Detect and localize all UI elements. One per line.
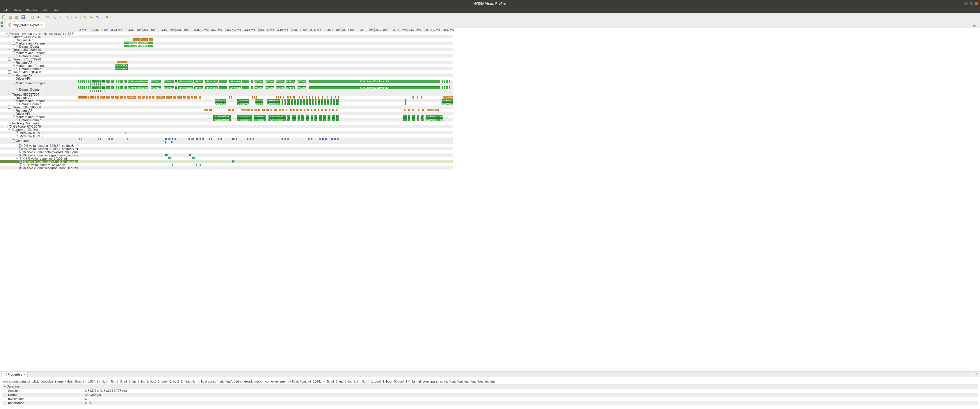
tree-markers[interactable]: −Markers and Ranges [0, 51, 78, 54]
tree-thread[interactable]: −Thread 3879888640 [0, 48, 78, 51]
zoom-fit-icon[interactable] [57, 14, 64, 20]
timeline-row[interactable] [78, 138, 453, 144]
range-bar[interactable]: CopyCPU2... [115, 64, 128, 67]
menu-file[interactable]: File [1, 8, 11, 13]
tab-close-icon[interactable]: ✕ [23, 373, 25, 376]
timeline-area[interactable]: 3 ms 3443,5 ms 3444 ms 3444,5 ms 3445 ms… [78, 28, 980, 371]
tree-default-domain[interactable]: └Default Domain [0, 45, 78, 48]
tree-memcpy-dtoh[interactable]: └MemCpy (DtoH) [0, 134, 78, 138]
timeline-row[interactable]: Convolution Activation Pooling Convoluti… [78, 118, 453, 122]
tree-driver-api[interactable]: └Driver API [0, 77, 78, 80]
tree-memcpy-htod[interactable]: └MemCpy (HtoD) [0, 131, 78, 134]
collapse-icon[interactable]: − [8, 48, 11, 51]
maximize-icon[interactable] [969, 2, 973, 5]
collapse-icon[interactable]: − [8, 35, 11, 38]
tree-profiling-overhead[interactable]: └Profiling Overhead [0, 122, 78, 125]
filter1-icon[interactable] [82, 14, 88, 20]
collapse-icon[interactable]: − [8, 70, 11, 73]
timeline-row[interactable] [78, 154, 453, 157]
tree-column[interactable]: −Process "python my_profile_script.py" (… [0, 28, 78, 371]
tree-thread[interactable]: −Thread 1715676928 [0, 57, 78, 61]
new-session-icon[interactable] [1, 14, 7, 20]
tree-markers[interactable]: −Markers and Ranges [0, 41, 78, 45]
tree-kernel[interactable]: └3.5% void cudnn::winograd_nonfused::win… [0, 166, 78, 170]
zoom-in-icon[interactable] [45, 14, 51, 20]
tree-default-domain[interactable]: └Default Domain [0, 86, 78, 93]
properties-body[interactable]: void cudnn::detail::implicit_convolve_sg… [0, 377, 980, 409]
tab-properties[interactable]: Properties ✕ [2, 372, 28, 377]
range-bar[interactable]: CopyCPU2GPU [124, 41, 153, 44]
collapse-icon[interactable]: − [12, 115, 15, 118]
tree-kernel[interactable]: └5.8% void cudnn::winograd_nonfused::win… [0, 154, 78, 157]
timeline-row[interactable]: CopyCPU2... [78, 67, 453, 70]
tab-profile[interactable]: *my_profile.nvprof ✕ [6, 22, 45, 28]
tree-default-domain[interactable]: └Default Domain [0, 102, 78, 106]
marker-blue-icon[interactable] [0, 24, 3, 27]
tree-driver-api[interactable]: └Driver API [0, 112, 78, 115]
timeline-row[interactable]: cuda... cudaStre... [78, 109, 453, 112]
tree-markers[interactable]: −Markers and Ranges [0, 115, 78, 118]
timeline-row[interactable] [78, 144, 453, 147]
minimize-icon[interactable] [964, 2, 968, 5]
menu-window[interactable]: Window [24, 8, 40, 13]
range-bar[interactable] [149, 38, 153, 41]
import-icon[interactable] [14, 14, 20, 20]
settings-icon[interactable] [104, 14, 110, 20]
tree-thread[interactable]: −Thread 1040185088 [0, 106, 78, 109]
timeline-row[interactable] [78, 166, 453, 170]
timeline-row[interactable] [78, 157, 453, 160]
collapse-icon[interactable]: − [5, 125, 8, 128]
timeline-row[interactable] [78, 38, 453, 41]
timeline-row[interactable] [78, 61, 453, 64]
play-icon[interactable] [36, 14, 41, 20]
tab-close-icon[interactable]: ✕ [40, 23, 43, 27]
tree-default-domain[interactable]: └Default Domain [0, 118, 78, 122]
menu-run[interactable]: Run [40, 8, 51, 13]
tree-runtime-api[interactable]: └Runtime API [0, 96, 78, 99]
marker-green-icon[interactable] [0, 21, 3, 24]
tree-device[interactable]: −[0] GeForce RTX 2070 [0, 125, 78, 128]
menu-help[interactable]: Help [51, 8, 63, 13]
tree-markers[interactable]: −Markers and Ranges [0, 64, 78, 67]
range-bar[interactable] [133, 38, 140, 41]
tree-runtime-api[interactable]: └Runtime API [0, 61, 78, 64]
timeline-row[interactable] [78, 150, 453, 154]
tree-compute[interactable]: −Compute [0, 138, 78, 144]
collapse-icon[interactable]: − [8, 106, 11, 109]
tree-context[interactable]: −Context 1 (CUDA) [0, 128, 78, 131]
undo-icon[interactable] [29, 14, 35, 20]
open-icon[interactable] [8, 14, 13, 20]
collapse-icon[interactable]: ▾ [3, 385, 6, 388]
analyze-icon[interactable] [73, 14, 79, 20]
tree-kernel[interactable]: └5.9% void cudnn::detail::wgrad_alg0_eng… [0, 150, 78, 154]
timeline-row[interactable] [78, 163, 453, 166]
range-bar[interactable] [117, 61, 127, 63]
collapse-icon[interactable]: − [12, 51, 15, 54]
tree-thread[interactable]: −Thread 557557504 [0, 93, 78, 96]
tree-thread[interactable]: −Thread 4273305408 [0, 70, 78, 73]
minimize-pane-icon[interactable]: ▭ [972, 373, 974, 376]
minimize-pane-icon[interactable]: ▭ [973, 24, 976, 28]
timeline-row[interactable]: MXImperativeInvo... MXImp... MXImp... MX… [78, 80, 453, 86]
zoom-reset-icon[interactable] [64, 14, 70, 20]
tree-runtime-api[interactable]: └Runtime API [0, 109, 78, 112]
timeline-row-selected[interactable] [78, 160, 453, 163]
tree-kernel[interactable]: └14.2% volta_scudnn_128x64_stridedB_medi… [0, 144, 78, 147]
collapse-icon[interactable]: − [12, 41, 15, 45]
timeline-row[interactable] [78, 131, 453, 134]
timeline-row[interactable]: CopyCPU2... [78, 64, 453, 67]
tree-default-domain[interactable]: └Default Domain [0, 54, 78, 57]
range-bar[interactable]: CopyCPU2... [115, 67, 128, 70]
timeline-row[interactable]: DeleteVa... DeleteVa... Delete... Delete… [78, 99, 453, 102]
tree-process[interactable]: −Process "python my_profile_script.py" (… [0, 32, 78, 35]
maximize-pane-icon[interactable]: □ [976, 373, 978, 376]
collapse-icon[interactable]: − [12, 64, 15, 67]
menu-view[interactable]: View [12, 8, 23, 13]
tree-default-domain[interactable]: └Default Domain [0, 67, 78, 70]
timeline-row[interactable]: CopyCPU2GPU [78, 41, 453, 45]
collapse-icon[interactable]: − [8, 93, 11, 96]
collapse-icon[interactable]: − [8, 57, 11, 61]
tree-kernel[interactable]: └4.0% volta_cgemm_64x32_tn [0, 163, 78, 166]
tree-runtime-api[interactable]: └Runtime API [0, 38, 78, 41]
filter2-icon[interactable] [88, 14, 94, 20]
